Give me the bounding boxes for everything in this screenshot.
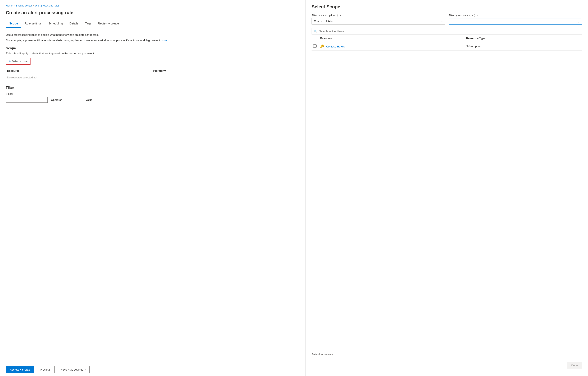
filter-row: Filter by subscription * i Contoso Hotel… [312, 14, 582, 25]
tabs-container: Scope Rule settings Scheduling Details T… [6, 20, 300, 28]
resource-name-link[interactable]: Contoso Hotels [326, 45, 345, 48]
done-button[interactable]: Done [567, 362, 582, 369]
scope-resource-table: Resource Hierarchy No resource selected … [6, 67, 300, 81]
checkbox-col-header [312, 34, 318, 42]
description-line1: Use alert processing rules to decide wha… [6, 33, 300, 37]
right-panel-title: Select Scope [312, 4, 582, 10]
filter-by-resource-type-group: Filter by resource type i ⌄ [449, 14, 582, 25]
tab-scope[interactable]: Scope [6, 20, 21, 28]
breadcrumb-alert-processing-rules[interactable]: Alert processing rules [35, 4, 59, 7]
resource-type-select[interactable] [449, 18, 582, 25]
resource-col-header: Resource [6, 67, 152, 74]
search-icon: 🔍 [314, 30, 317, 33]
breadcrumb-home[interactable]: Home [6, 4, 12, 7]
tab-details[interactable]: Details [66, 20, 82, 28]
value-label: Value [86, 98, 300, 101]
subscription-dropdown-wrapper: Contoso Hotels ⌄ [312, 18, 445, 24]
review-create-button[interactable]: Review + create [6, 366, 34, 373]
operator-label: Operator [51, 98, 82, 101]
next-button[interactable]: Next: Rule settings > [57, 366, 90, 373]
previous-button[interactable]: Previous [36, 366, 54, 373]
scope-table-scroll-area: Resource Resource Type 🔑 Contoso Hotels [312, 34, 582, 350]
filters-dropdown-wrapper [6, 97, 48, 103]
select-scope-button[interactable]: + Select scope [6, 58, 31, 64]
search-input[interactable] [319, 30, 580, 33]
tab-review-create[interactable]: Review + create [95, 20, 122, 28]
selection-preview: Selection preview [312, 350, 582, 359]
table-row: 🔑 Contoso Hotels Subscription [312, 42, 582, 51]
more-link[interactable]: more [161, 39, 167, 42]
left-footer: Review + create Previous Next: Rule sett… [0, 363, 305, 376]
tab-tags[interactable]: Tags [82, 20, 95, 28]
breadcrumb-backup-center[interactable]: Backup center [16, 4, 32, 7]
select-scope-label: Select scope [12, 60, 27, 63]
filters-label: Filters [6, 92, 48, 95]
hierarchy-col-header: Hierarchy [152, 67, 300, 74]
resource-col-header-right: Resource [318, 34, 464, 42]
search-box: 🔍 [312, 28, 582, 34]
plus-icon: + [9, 59, 11, 63]
description-line2: For example, suppress notifications from… [6, 38, 300, 43]
breadcrumb: Home › Backup center › Alert processing … [6, 4, 300, 7]
resource-type-info-icon[interactable]: i [474, 14, 477, 17]
filter-heading: Filter [6, 86, 300, 90]
right-footer: Done [312, 359, 582, 372]
scope-heading: Scope [6, 46, 300, 50]
key-icon: 🔑 [320, 44, 324, 48]
tab-rule-settings[interactable]: Rule settings [21, 20, 45, 28]
filter-resource-type-label: Filter by resource type i [449, 14, 582, 17]
required-star: * [335, 14, 336, 17]
no-resource-text: No resource selected yet [6, 74, 300, 81]
resource-type-cell: Subscription [464, 42, 582, 51]
subscription-info-icon[interactable]: i [337, 14, 341, 17]
tab-scheduling[interactable]: Scheduling [45, 20, 66, 28]
table-row: No resource selected yet [6, 74, 300, 81]
filters-select[interactable] [6, 97, 48, 103]
page-title: Create an alert processing rule [6, 10, 300, 15]
row-checkbox[interactable] [313, 44, 316, 48]
filter-subscription-label: Filter by subscription * i [312, 14, 445, 17]
scope-subtext: This rule will apply to alerts that are … [6, 52, 300, 55]
subscription-select[interactable]: Contoso Hotels [312, 18, 445, 24]
filter-by-subscription-group: Filter by subscription * i Contoso Hotel… [312, 14, 445, 25]
resource-type-col-header: Resource Type [464, 34, 582, 42]
scope-resource-table-right: Resource Resource Type 🔑 Contoso Hotels [312, 34, 582, 51]
resource-type-dropdown-wrapper: ⌄ [449, 18, 582, 25]
